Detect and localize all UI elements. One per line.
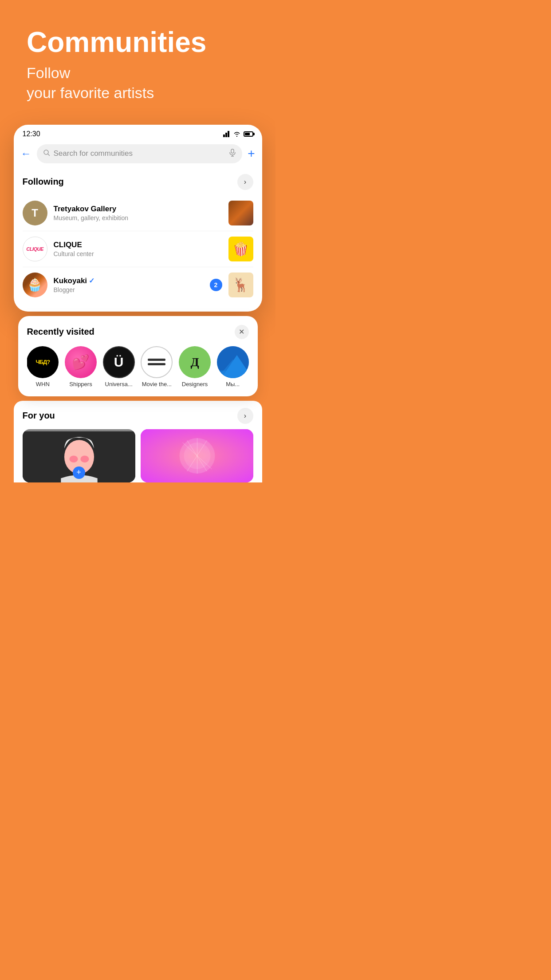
moviethe-label: Movie the... (142, 381, 172, 387)
for-you-see-all-button[interactable]: › (237, 408, 253, 424)
for-you-section: For you › (14, 401, 262, 482)
svg-line-4 (48, 154, 50, 156)
kukoyaki-type: Blogger (54, 286, 204, 293)
following-section-header: Following › (14, 170, 262, 195)
kukoyaki-thumbnail: 🦌 (228, 273, 253, 297)
shippers-label: Shippers (69, 381, 92, 387)
svg-marker-0 (223, 134, 225, 137)
community-item-clique[interactable]: CLIQUE CLIQUE Cultural center 🍿 (14, 231, 262, 267)
svg-rect-11 (217, 371, 249, 378)
clique-thumbnail: 🍿 (228, 237, 253, 261)
battery-icon (244, 131, 253, 137)
universal-icon: Ü (114, 355, 124, 370)
recently-visited-panel: Recently visited ✕ ЧБД? WHN 💕 Shi (18, 316, 258, 396)
kukoyaki-name: Kukoyaki ✓ (54, 277, 204, 285)
svg-point-15 (69, 455, 78, 462)
tretyakov-type: Museum, gallery, exhibition (54, 214, 222, 221)
mbi-avatar (217, 346, 249, 378)
universal-avatar: Ü (103, 346, 135, 378)
hero-section: Communities Follow your favorite artists (0, 0, 276, 116)
tretyakov-name: Tretyakov Gallery (54, 205, 222, 213)
chevron-right-icon-2: › (244, 412, 246, 420)
community-item-kukoyaki[interactable]: 🧁 Kukoyaki ✓ Blogger 2 🦌 (14, 267, 262, 303)
search-row: ← Search for communities (14, 141, 262, 170)
moviethe-avatar (141, 346, 173, 378)
kukoyaki-avatar: 🧁 (23, 273, 47, 297)
hearts-visual: 💕 (72, 355, 90, 369)
following-title: Following (23, 177, 64, 187)
svg-marker-1 (225, 133, 227, 137)
hearts-icon: 💕 (72, 355, 90, 369)
designers-avatar: Д (179, 346, 211, 378)
designers-icon: Д (190, 355, 199, 369)
back-button[interactable]: ← (21, 147, 31, 160)
whn-label: WHN (36, 381, 50, 387)
popcorn-icon: 🍿 (232, 241, 249, 257)
rv-item-moviethe[interactable]: Movie the... (141, 346, 173, 387)
chevron-right-icon: › (244, 178, 246, 186)
clique-type: Cultural center (54, 250, 222, 257)
clique-name: CLIQUE (54, 241, 222, 249)
rv-item-shippers[interactable]: 💕 Shippers (65, 346, 97, 387)
for-you-card-2[interactable] (141, 429, 253, 482)
clique-avatar: CLIQUE (23, 237, 47, 261)
svg-point-16 (80, 455, 89, 462)
mbi-landscape (217, 346, 249, 378)
designers-label: Designers (182, 381, 208, 387)
for-you-grid: + (23, 429, 253, 482)
svg-marker-2 (228, 131, 229, 137)
tretyakov-avatar: T (23, 201, 47, 225)
kukoyaki-badge: 2 (210, 279, 222, 291)
wifi-icon (233, 131, 241, 137)
rv-close-button[interactable]: ✕ (235, 325, 249, 339)
signal-icon (223, 131, 230, 137)
reindeer-icon: 🦌 (232, 277, 249, 292)
kukoyaki-img: 🧁 (23, 273, 47, 297)
clique-info: CLIQUE Cultural center (54, 241, 222, 257)
mbi-label: Мы... (226, 381, 240, 387)
for-you-card-1[interactable]: + (23, 429, 135, 482)
rv-item-designers[interactable]: Д Designers (179, 346, 211, 387)
svg-rect-5 (231, 149, 234, 153)
add-community-button[interactable]: + (248, 146, 255, 161)
shippers-avatar: 💕 (65, 346, 97, 378)
mic-icon[interactable] (229, 149, 236, 159)
status-time: 12:30 (23, 130, 40, 138)
rv-item-universal[interactable]: Ü Universa... (103, 346, 135, 387)
hero-subtitle: Follow your favorite artists (27, 63, 249, 102)
rv-item-whn[interactable]: ЧБД? WHN (27, 346, 59, 387)
pink-card-svg (141, 429, 253, 482)
for-you-header: For you › (23, 408, 253, 424)
search-bar[interactable]: Search for communities (37, 144, 243, 163)
verified-icon: ✓ (89, 277, 94, 285)
equal-sign (146, 357, 167, 367)
community-item-tretyakov[interactable]: T Tretyakov Gallery Museum, gallery, exh… (14, 195, 262, 231)
add-to-community-button-1[interactable]: + (73, 466, 85, 479)
rv-item-mbi[interactable]: Мы... (217, 346, 249, 387)
status-icons (223, 131, 253, 137)
following-see-all-button[interactable]: › (237, 174, 253, 190)
tretyakov-info: Tretyakov Gallery Museum, gallery, exhib… (54, 205, 222, 221)
universal-label: Universa... (105, 381, 133, 387)
rv-header: Recently visited ✕ (27, 325, 249, 339)
search-icon (43, 149, 50, 158)
for-you-title: For you (23, 411, 55, 421)
tretyakov-thumbnail (228, 201, 253, 225)
phone-mockup: 12:30 ← (14, 125, 262, 482)
close-icon: ✕ (239, 328, 244, 336)
search-placeholder: Search for communities (54, 149, 226, 158)
hero-title: Communities (27, 27, 249, 58)
status-bar: 12:30 (14, 125, 262, 141)
kukoyaki-info: Kukoyaki ✓ Blogger (54, 277, 204, 293)
phone-screen: 12:30 ← (14, 125, 262, 312)
rv-items-list: ЧБД? WHN 💕 Shippers Ü Universa... (27, 346, 249, 387)
whn-avatar: ЧБД? (27, 346, 59, 378)
rv-title: Recently visited (27, 327, 94, 337)
